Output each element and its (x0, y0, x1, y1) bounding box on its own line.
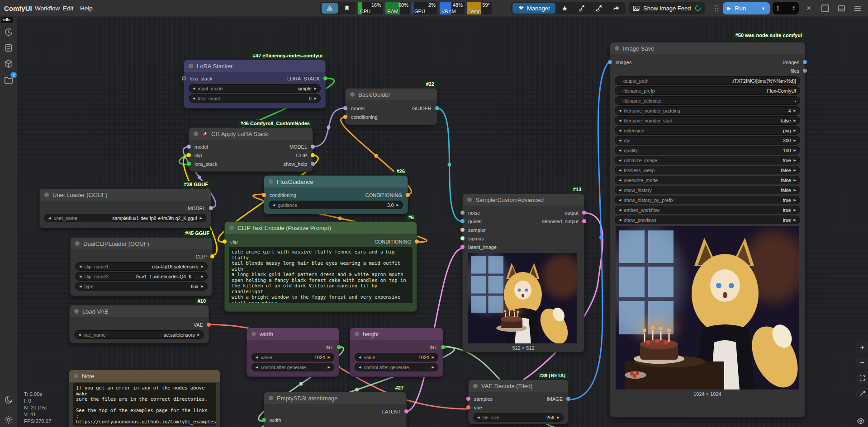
node-clip-text-encode[interactable]: #6 CLIP Text Encode (Positive Prompt) cl… (224, 221, 417, 312)
run-chevron-icon[interactable]: ▼ (761, 6, 765, 11)
node-image-save[interactable]: #50 was-node-suite-comfyui Image Save im… (610, 42, 805, 418)
fit-view-button[interactable] (856, 372, 868, 384)
settings-button[interactable] (4, 415, 14, 425)
run-button[interactable]: ▶ Run ▼ (723, 2, 770, 14)
collapse-icon[interactable] (350, 92, 355, 97)
output-port-int[interactable] (441, 345, 445, 349)
widget-lora-count[interactable]: ◀lora_count0▶ (189, 94, 321, 103)
widget-show-previews[interactable]: ◀show_previewstrue▶ (615, 216, 800, 224)
node-title-bar[interactable]: VAE Decode (Tiled) (469, 380, 568, 392)
share-button[interactable] (608, 3, 624, 14)
menu-help[interactable]: Help (80, 0, 93, 16)
widget-show-history-by-prefix[interactable]: ◀show_history_by_prefixtrue▶ (615, 196, 800, 204)
output-port-model[interactable] (209, 206, 213, 210)
widget-control-after-generate[interactable]: ◀control after generate.▶ (355, 363, 438, 371)
input-port-conditioning[interactable] (343, 115, 347, 119)
input-port-clip[interactable] (187, 153, 191, 157)
widget-guidance[interactable]: ◀guidance3.0▶ (269, 201, 403, 209)
node-title-bar[interactable]: Load VAE (70, 305, 209, 317)
node-title-bar[interactable]: BasicGuider (346, 89, 437, 100)
collapse-icon[interactable] (355, 332, 359, 336)
node-title-bar[interactable]: LoRA Stacker (184, 60, 325, 72)
collapse-icon[interactable] (615, 46, 619, 51)
input-port-model[interactable] (187, 145, 191, 149)
input-port-lora-stack[interactable] (187, 162, 191, 166)
free-memory-button[interactable] (591, 3, 607, 14)
collapse-icon[interactable] (194, 131, 198, 136)
widget-type[interactable]: ◀typeflux▶ (75, 282, 208, 291)
sidebar-item-model-library[interactable] (4, 59, 14, 69)
zoom-in-button[interactable]: + (856, 341, 868, 353)
widget-value[interactable]: ◀value1024▶ (251, 353, 334, 361)
sidebar-item-workflows[interactable]: 2 (4, 75, 14, 85)
menu-workflow[interactable]: Workflow (35, 0, 60, 16)
input-port-guider[interactable] (460, 219, 465, 223)
widget-value[interactable]: ◀value1024▶ (355, 353, 438, 361)
output-port-output[interactable] (582, 211, 586, 215)
node-title-bar[interactable]: SamplerCustomAdvanced (463, 194, 584, 206)
node-unet-loader-gguf[interactable]: #38 GGUF Unet Loader (GGUF) MODEL ◀unet_… (39, 188, 211, 228)
output-port-conditioning[interactable] (415, 239, 419, 244)
widget-input-mode[interactable]: ◀input_modesimple▶ (189, 84, 321, 93)
widget-embed-workflow[interactable]: ◀embed_workflowtrue▶ (615, 206, 800, 214)
workspace-logo-button[interactable] (322, 3, 338, 14)
collapse-icon[interactable] (269, 179, 273, 184)
output-port-show-help[interactable] (311, 162, 315, 166)
input-port-latent-image[interactable] (460, 245, 465, 249)
node-title-bar[interactable]: Unet Loader (GGUF) (40, 189, 211, 201)
collapse-icon[interactable] (74, 374, 78, 378)
favorites-button[interactable]: ★ (556, 3, 573, 14)
show-image-feed-button[interactable]: Show Image Feed (630, 3, 704, 14)
widget-dpi[interactable]: ◀dpi300▶ (615, 136, 800, 145)
stop-button[interactable] (819, 2, 831, 14)
collapse-icon[interactable] (189, 64, 193, 68)
node-title-bar[interactable]: Note (69, 370, 220, 382)
collapse-icon[interactable] (74, 309, 79, 314)
node-title-bar[interactable]: height (350, 328, 443, 340)
output-port-denoised-output[interactable] (582, 219, 586, 223)
output-port-image[interactable] (566, 397, 570, 401)
sidebar-item-history[interactable] (4, 27, 14, 37)
batch-stepper-arrows[interactable]: ▲▼ (792, 5, 795, 11)
collapse-icon[interactable] (473, 384, 478, 388)
widget-vae-name[interactable]: ◀vae_nameae.safetensors▶ (74, 330, 204, 339)
output-port-conditioning[interactable] (406, 193, 410, 197)
input-port-conditioning[interactable] (262, 193, 266, 197)
node-title-bar[interactable]: EmptySD3LatentImage (264, 392, 406, 404)
widget-filename-number-padding[interactable]: ◀filename_number_padding4▶ (615, 106, 800, 115)
widget-filename-number-start[interactable]: ◀filename_number_startfalse▶ (615, 116, 800, 125)
input-port-width[interactable] (262, 418, 266, 422)
select-mode-button[interactable] (856, 387, 868, 399)
node-title-bar[interactable]: CLIP Text Encode (Positive Prompt) (225, 222, 417, 234)
note-text[interactable]: If you get an error in any of the nodes … (73, 383, 216, 426)
output-port-model[interactable] (311, 145, 315, 149)
widget-clip-name1[interactable]: ◀clip_name1clip-l-fp16.safetensors▶ (75, 262, 208, 271)
input-port-vae[interactable] (466, 405, 470, 409)
widget-optimize-image[interactable]: ◀optimize_imagetrue▶ (615, 156, 800, 164)
collapse-icon[interactable] (44, 192, 49, 197)
collapse-icon[interactable] (269, 396, 273, 400)
theme-toggle-button[interactable] (4, 395, 14, 405)
drag-handle[interactable] (710, 2, 723, 14)
node-lora-stacker[interactable]: #47 efficiency-nodes-comfyui LoRA Stacke… (184, 60, 326, 108)
node-dualclip-loader-gguf[interactable]: #45 GGUF DualCLIPLoader (GGUF) CLIP ◀cli… (70, 237, 213, 296)
output-port-guider[interactable] (435, 106, 439, 110)
node-note[interactable]: Note If you get an error in any of the n… (69, 370, 220, 427)
widget-unet-name[interactable]: ◀unet_namesample\flux1-dev-fp8-e4m3fn-q2… (44, 214, 206, 222)
node-flux-guidance[interactable]: #26 FluxGuidance conditioningCONDITIONIN… (264, 175, 408, 214)
sidebar-item-node-library[interactable] (4, 43, 14, 53)
zoom-out-button[interactable]: − (856, 357, 868, 369)
output-port-files[interactable] (803, 69, 807, 73)
output-port-images[interactable] (803, 60, 807, 64)
node-width[interactable]: width INT ◀value1024▶ ◀control after gen… (247, 328, 339, 377)
node-title-bar[interactable]: Image Save (610, 42, 805, 54)
output-port-lora-stack[interactable] (323, 76, 327, 80)
widget-output-path[interactable]: output_path./TXT2IMG/[time(%Y-%m-%d)] (615, 76, 800, 85)
collapse-icon[interactable] (75, 241, 80, 246)
menu-toggle-button[interactable] (851, 2, 864, 14)
input-port-samples[interactable] (466, 397, 470, 401)
node-title-bar[interactable]: DualCLIPLoader (GGUF) (71, 238, 212, 249)
output-port-clip[interactable] (210, 254, 214, 258)
node-basic-guider[interactable]: #22 BasicGuider modelGUIDER conditioning (345, 88, 437, 125)
node-cr-apply-lora-stack[interactable]: #46 Comfyroll_CustomNodes CR Apply LoRA … (189, 127, 313, 172)
